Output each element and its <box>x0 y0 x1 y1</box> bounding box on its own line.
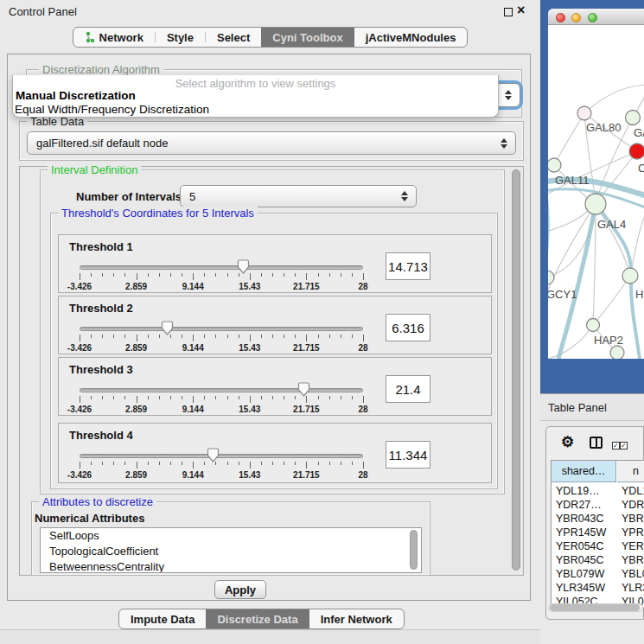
cell-shared-name: YDR27… <box>556 499 616 511</box>
node-gal11[interactable] <box>548 158 561 172</box>
tab-cyni-toolbox[interactable]: Cyni Toolbox <box>261 28 354 47</box>
threshold-slider[interactable]: -3.4262.8599.14415.4321.71528 <box>80 448 363 482</box>
thresholds-group-title: Threshold's Coordinates for 5 Intervals <box>58 207 258 220</box>
cell-shared-name: YBR043C <box>556 513 616 525</box>
node-right-mid[interactable] <box>622 268 638 284</box>
tick-mark <box>193 335 194 341</box>
numerical-attributes-label: Numerical Attributes <box>35 512 144 525</box>
slider-handle-icon[interactable] <box>237 259 250 274</box>
node-selected-red[interactable] <box>629 143 644 159</box>
threshold-label: Threshold 2 <box>69 302 133 315</box>
table-row[interactable]: YBL079WYBL0 <box>552 568 644 582</box>
column-header-name[interactable]: n <box>617 461 644 482</box>
node-gcy1[interactable] <box>548 271 554 284</box>
table-row[interactable]: YPR145WYPR1 <box>552 526 644 540</box>
network-canvas[interactable]: GAL80 GA C GAL11 GAL4 GCY1 H HAP2 <box>548 26 644 359</box>
tick-mark <box>193 462 194 469</box>
tick-mark <box>80 396 80 403</box>
apply-button[interactable]: Apply <box>214 580 266 599</box>
tick-mark <box>284 396 284 399</box>
threshold-panel: Threshold 4 -3.4262.8599.14415.4321.7152… <box>58 423 492 483</box>
threshold-value-input[interactable] <box>386 314 430 341</box>
dropdown-option-manual[interactable]: Manual Discretization <box>16 89 136 102</box>
table-data-combobox[interactable]: galFiltered.sif default node <box>27 131 516 155</box>
tab-discretize-data[interactable]: Discretize Data <box>206 609 309 628</box>
tick-mark <box>204 273 205 277</box>
threshold-value-input[interactable] <box>386 375 430 403</box>
tab-style[interactable]: Style <box>156 28 205 47</box>
attributes-list-scrollbar[interactable] <box>410 530 418 570</box>
table-horizontal-scrollbar[interactable] <box>548 603 643 612</box>
threshold-value-input[interactable] <box>386 252 430 280</box>
tick-mark <box>306 462 307 469</box>
settings-vertical-scrollbar[interactable] <box>512 169 520 571</box>
combo-arrows-icon <box>500 138 507 149</box>
scrollbar-thumb[interactable] <box>550 604 640 611</box>
num-intervals-combobox[interactable]: 5 <box>180 185 417 207</box>
tick-label: 28 <box>358 282 367 291</box>
dropdown-hint-item[interactable]: Select algorithm to view settings <box>13 77 498 90</box>
node-hap2[interactable] <box>587 319 600 332</box>
zoom-window-icon[interactable] <box>588 13 597 22</box>
tick-mark <box>284 335 284 338</box>
attribute-list-item[interactable]: SelfLoops <box>41 528 421 544</box>
threshold-slider[interactable]: -3.4262.8599.14415.4321.71528 <box>80 259 363 294</box>
minimize-window-icon[interactable] <box>571 13 581 22</box>
tick-mark <box>272 462 273 465</box>
cell-name: YLR3 <box>622 582 644 594</box>
checkbox-icons[interactable] <box>612 437 628 450</box>
tick-mark <box>227 462 228 465</box>
node-gal4[interactable] <box>585 194 606 214</box>
tab-select[interactable]: Select <box>206 28 261 47</box>
tab-network[interactable]: Network <box>73 28 155 47</box>
tick-mark <box>159 335 160 338</box>
tick-mark <box>284 462 284 465</box>
tick-label: 9.144 <box>182 343 204 353</box>
threshold-slider[interactable]: -3.4262.8599.14415.4321.71528 <box>80 382 363 417</box>
tick-mark <box>261 335 262 338</box>
panel-title: Control Panel <box>9 5 77 18</box>
table-row[interactable]: YLR345WYLR3 <box>552 582 644 596</box>
tab-jactivemnodules[interactable]: jActiveMNodules <box>354 28 468 47</box>
table-row[interactable]: YDR27…YDR2 <box>552 499 644 513</box>
tick-mark <box>239 335 239 338</box>
network-window-titlebar[interactable] <box>548 9 644 25</box>
node-top-right[interactable] <box>626 111 641 125</box>
slider-track[interactable] <box>80 327 363 331</box>
tick-mark <box>159 396 160 399</box>
attribute-list-item[interactable]: BetweennessCentrality <box>41 559 421 573</box>
table-data-group: Table Data galFiltered.sif default node <box>19 121 524 161</box>
tick-mark <box>250 462 251 469</box>
tick-mark <box>284 273 284 277</box>
table-row[interactable]: YBR043CYBR0 <box>552 513 644 526</box>
tab-impute-data[interactable]: Impute Data <box>119 609 206 628</box>
threshold-label: Threshold 4 <box>69 429 133 442</box>
dropdown-option-equal-width[interactable]: Equal Width/Frequency Discretization <box>15 103 209 116</box>
split-view-icon[interactable] <box>590 437 603 449</box>
gear-icon[interactable] <box>561 433 574 451</box>
slider-track[interactable] <box>80 454 363 458</box>
tick-label: 15.43 <box>239 405 260 414</box>
attribute-list-item[interactable]: TopologicalCoefficient <box>41 544 421 559</box>
slider-track[interactable] <box>80 388 363 392</box>
threshold-value-input[interactable] <box>386 441 430 469</box>
threshold-panel: Threshold 3 -3.4262.8599.14415.4321.7152… <box>58 357 492 416</box>
float-panel-icon[interactable] <box>504 8 513 16</box>
threshold-slider[interactable]: -3.4262.8599.14415.4321.71528 <box>80 321 363 355</box>
numerical-attributes-list[interactable]: SelfLoopsTopologicalCoefficientBetweenne… <box>40 527 422 573</box>
close-panel-icon[interactable] <box>517 3 525 18</box>
node-attribute-table[interactable]: shared… n YDL19…YDL1YDR27…YDR2YBR043CYBR… <box>551 460 644 609</box>
node-gal80[interactable] <box>577 106 591 120</box>
close-window-icon[interactable] <box>556 13 565 22</box>
tab-infer-network[interactable]: Infer Network <box>309 609 404 628</box>
table-row[interactable]: YER054CYER0 <box>552 540 644 554</box>
slider-handle-icon[interactable] <box>161 321 174 335</box>
column-header-shared-name[interactable]: shared… <box>552 461 616 482</box>
slider-handle-icon[interactable] <box>207 448 220 462</box>
tick-mark <box>318 273 319 277</box>
slider-track[interactable] <box>80 265 363 270</box>
slider-handle-icon[interactable] <box>297 382 310 397</box>
node-bottom[interactable] <box>610 346 624 359</box>
table-row[interactable]: YDL19…YDL1 <box>552 485 644 499</box>
table-row[interactable]: YBR045CYBR0 <box>552 554 644 568</box>
